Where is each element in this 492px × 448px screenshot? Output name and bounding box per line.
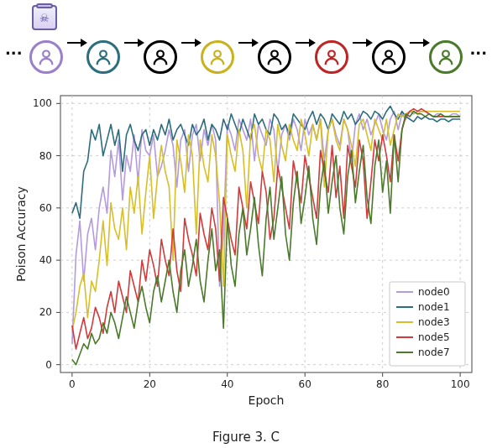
chain-node-node4 xyxy=(254,5,296,81)
svg-point-4 xyxy=(271,50,278,57)
svg-point-6 xyxy=(385,50,392,57)
chain-node-node2 xyxy=(139,5,181,81)
svg-text:node3: node3 xyxy=(418,316,450,328)
arrow-icon xyxy=(410,42,425,44)
svg-text:node7: node7 xyxy=(418,346,450,358)
svg-text:Epoch: Epoch xyxy=(249,393,285,407)
svg-text:40: 40 xyxy=(221,378,233,390)
arrow-icon xyxy=(296,42,311,44)
chain-node-node1 xyxy=(82,5,124,81)
svg-text:60: 60 xyxy=(299,378,311,390)
svg-point-5 xyxy=(328,50,335,57)
svg-point-2 xyxy=(157,50,164,57)
svg-text:100: 100 xyxy=(451,378,470,390)
arrow-icon xyxy=(67,42,82,44)
person-icon xyxy=(29,40,63,74)
arrow-icon xyxy=(238,42,254,44)
svg-point-7 xyxy=(442,50,449,57)
arrow-icon xyxy=(124,42,139,44)
person-icon xyxy=(258,40,291,74)
series-node1 xyxy=(72,107,460,219)
ellipsis-left: ... xyxy=(5,40,23,58)
arrow-icon xyxy=(181,42,196,44)
chain-node-node6 xyxy=(368,5,410,81)
svg-text:20: 20 xyxy=(144,378,156,390)
person-icon xyxy=(86,40,120,74)
person-icon xyxy=(315,40,348,74)
svg-text:20: 20 xyxy=(39,306,52,318)
svg-point-0 xyxy=(43,50,50,57)
svg-point-3 xyxy=(214,50,221,57)
person-icon xyxy=(201,40,234,74)
chain-node-node7 xyxy=(425,5,467,81)
svg-text:node5: node5 xyxy=(418,331,450,343)
chain-node-node0 xyxy=(25,5,67,81)
svg-text:60: 60 xyxy=(39,202,52,214)
svg-text:Poison Accuracy: Poison Accuracy xyxy=(14,186,28,282)
svg-text:node0: node0 xyxy=(418,286,450,298)
chain-node-node5 xyxy=(311,5,353,81)
ellipsis-right: ... xyxy=(469,40,487,58)
arrow-icon xyxy=(353,42,368,44)
person-icon xyxy=(144,40,177,74)
person-icon xyxy=(429,40,463,74)
node-chain-diagram: ... ... ☠ xyxy=(0,5,492,81)
svg-text:100: 100 xyxy=(33,97,52,109)
svg-text:0: 0 xyxy=(69,378,76,390)
svg-text:0: 0 xyxy=(45,359,52,371)
svg-text:node1: node1 xyxy=(418,301,450,313)
poison-accuracy-chart: 020406080100020406080100EpochPoison Accu… xyxy=(8,87,484,413)
figure-caption: Figure 3. C xyxy=(0,430,492,445)
chain-node-node3 xyxy=(196,5,238,81)
person-icon xyxy=(372,40,406,74)
svg-text:80: 80 xyxy=(39,150,52,162)
svg-text:40: 40 xyxy=(39,254,52,266)
svg-text:80: 80 xyxy=(376,378,389,390)
svg-point-1 xyxy=(100,50,107,57)
